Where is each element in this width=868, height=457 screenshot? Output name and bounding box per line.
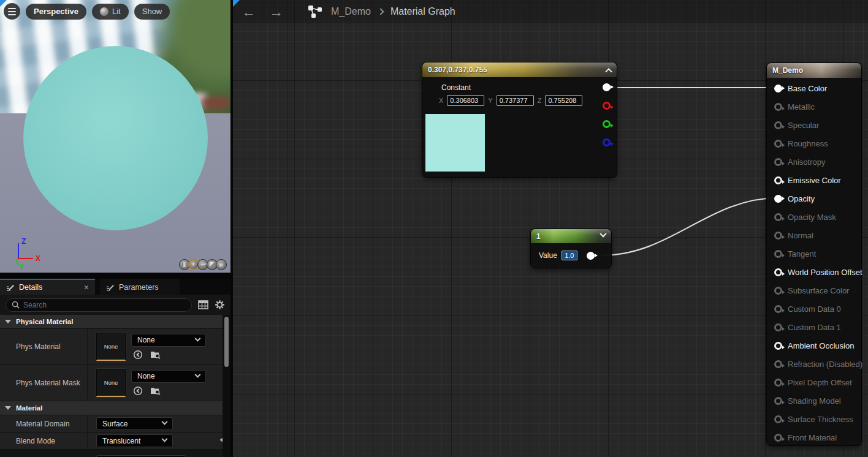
color-preview-swatch[interactable]: [425, 114, 485, 172]
input-pin-icon[interactable]: [774, 287, 782, 295]
input-pin-icon[interactable]: [774, 121, 782, 129]
material-pin-roughness[interactable]: Roughness: [767, 134, 861, 153]
input-pin-icon[interactable]: [774, 342, 782, 350]
input-pin-icon[interactable]: [774, 268, 782, 276]
input-pin-icon[interactable]: [774, 323, 782, 331]
input-pin-icon[interactable]: [774, 158, 782, 166]
z-value-input[interactable]: [545, 95, 582, 106]
viewport-focus-corner: [0, 0, 7, 7]
material-pin-custom-data-1[interactable]: Custom Data 1: [767, 318, 861, 336]
material-graph-canvas[interactable]: ← → M_Demo Material Graph 0.307,0.737,0.…: [233, 0, 868, 457]
material-output-node[interactable]: M_Demo Base ColorMetallicSpecularRoughne…: [767, 63, 861, 445]
input-pin-icon[interactable]: [774, 360, 782, 368]
input-pin-icon[interactable]: [774, 379, 782, 387]
perspective-button[interactable]: Perspective: [26, 4, 86, 20]
material-domain-dropdown[interactable]: Surface: [96, 417, 173, 430]
close-tab-icon[interactable]: ×: [84, 283, 89, 292]
details-panel: Details × Parameters: [0, 279, 230, 457]
material-pin-base-color[interactable]: Base Color: [767, 79, 861, 97]
material-pin-specular[interactable]: Specular: [767, 116, 861, 134]
scalar-output-pin[interactable]: [587, 252, 595, 260]
phys-material-dropdown[interactable]: None: [131, 334, 206, 347]
use-selected-asset-button[interactable]: [132, 385, 143, 396]
material-pin-subsurface-color[interactable]: Subsurface Color: [767, 281, 861, 300]
scalar-node-header[interactable]: 1: [531, 229, 611, 243]
shape-teapot-button[interactable]: [216, 259, 227, 270]
b-output-pin[interactable]: [603, 138, 611, 146]
section-physical-material[interactable]: Physical Material: [0, 315, 230, 329]
material-pin-front-material[interactable]: Front Material: [767, 428, 861, 447]
section-material[interactable]: Material: [0, 401, 230, 415]
back-arrow-icon[interactable]: ←: [242, 5, 256, 19]
collapse-chevron-up-icon[interactable]: [605, 68, 612, 75]
property-label: Phys Material: [0, 329, 88, 364]
input-pin-icon[interactable]: [774, 213, 782, 221]
section-title: Material: [16, 404, 42, 412]
material-node-header[interactable]: M_Demo: [767, 63, 861, 78]
constant3-node-header[interactable]: 0.307,0.737,0.755: [422, 62, 617, 77]
forward-arrow-icon[interactable]: →: [269, 5, 283, 19]
material-pin-normal[interactable]: Normal: [767, 226, 861, 244]
input-pin-icon[interactable]: [774, 195, 782, 203]
collapse-chevron-down-icon[interactable]: [600, 230, 606, 237]
blend-mode-dropdown[interactable]: Translucent: [96, 434, 173, 447]
pin-label: Shading Model: [788, 396, 841, 406]
asset-thumbnail[interactable]: None: [96, 333, 126, 361]
search-box[interactable]: [6, 298, 192, 312]
x-value-input[interactable]: [447, 95, 484, 106]
search-input[interactable]: [23, 301, 186, 309]
use-selected-asset-button[interactable]: [132, 349, 143, 360]
browse-to-asset-button[interactable]: [150, 385, 161, 396]
details-scrollbar-thumb[interactable]: [224, 317, 229, 367]
input-pin-icon[interactable]: [774, 305, 782, 313]
material-pin-shading-model[interactable]: Shading Model: [767, 391, 861, 410]
material-pin-anisotropy[interactable]: Anisotropy: [767, 153, 861, 171]
input-pin-icon[interactable]: [774, 103, 782, 111]
material-pin-pixel-depth-offset[interactable]: Pixel Depth Offset: [767, 373, 861, 391]
material-pin-refraction-disabled[interactable]: Refraction (Disabled): [767, 355, 861, 373]
material-pin-world-position-offset[interactable]: World Position Offset: [767, 263, 861, 281]
input-pin-icon[interactable]: [774, 140, 782, 148]
tab-details[interactable]: Details ×: [0, 279, 95, 295]
input-pin-icon[interactable]: [774, 176, 782, 184]
material-pin-opacity[interactable]: Opacity: [767, 189, 861, 208]
breadcrumb-asset[interactable]: M_Demo: [331, 6, 371, 17]
blend-mode-row: Blend Mode Translucent: [0, 432, 230, 450]
g-output-pin[interactable]: [603, 120, 611, 128]
pin-label: Base Color: [788, 84, 827, 93]
material-pin-opacity-mask[interactable]: Opacity Mask: [767, 208, 861, 226]
input-pin-icon[interactable]: [774, 85, 782, 93]
input-pin-icon[interactable]: [774, 250, 782, 258]
input-pin-icon[interactable]: [774, 434, 782, 442]
property-label: Phys Material Mask: [0, 365, 88, 401]
asset-thumbnail[interactable]: None: [96, 369, 126, 397]
display-filter-button[interactable]: [197, 300, 208, 311]
material-pin-custom-data-0[interactable]: Custom Data 0: [767, 300, 861, 318]
settings-button[interactable]: [214, 300, 225, 311]
pin-label: Refraction (Disabled): [788, 360, 862, 369]
constant-vector-fields: X Y Z: [439, 95, 582, 106]
input-pin-icon[interactable]: [774, 397, 782, 405]
material-pin-tangent[interactable]: Tangent: [767, 244, 861, 263]
phys-material-mask-dropdown[interactable]: None: [131, 370, 206, 383]
lit-mode-button[interactable]: Lit: [92, 4, 129, 20]
r-output-pin[interactable]: [603, 102, 611, 110]
show-button[interactable]: Show: [134, 4, 170, 20]
input-pin-icon[interactable]: [774, 415, 782, 423]
browse-to-asset-button[interactable]: [150, 349, 161, 360]
material-pin-metallic[interactable]: Metallic: [767, 97, 861, 116]
tab-parameters[interactable]: Parameters: [100, 279, 180, 295]
preview-viewport[interactable]: Perspective Lit Show Z X Y: [0, 0, 230, 273]
constant3-node[interactable]: 0.307,0.737,0.755 Constant X Y Z: [422, 62, 617, 177]
preview-sphere-mesh[interactable]: [23, 46, 208, 230]
y-value-input[interactable]: [497, 95, 534, 106]
input-pin-icon[interactable]: [774, 232, 782, 240]
scalar-constant-node[interactable]: 1 Value: [531, 229, 611, 268]
scalar-value-input[interactable]: [562, 251, 577, 260]
material-pin-emissive-color[interactable]: Emissive Color: [767, 171, 861, 189]
table-view-icon: [198, 300, 208, 309]
rgb-output-pin[interactable]: [603, 83, 611, 91]
material-pin-surface-thickness[interactable]: Surface Thickness: [767, 410, 861, 428]
opacity-wire[interactable]: [601, 198, 779, 255]
material-pin-ambient-occlusion[interactable]: Ambient Occlusion: [767, 336, 861, 355]
